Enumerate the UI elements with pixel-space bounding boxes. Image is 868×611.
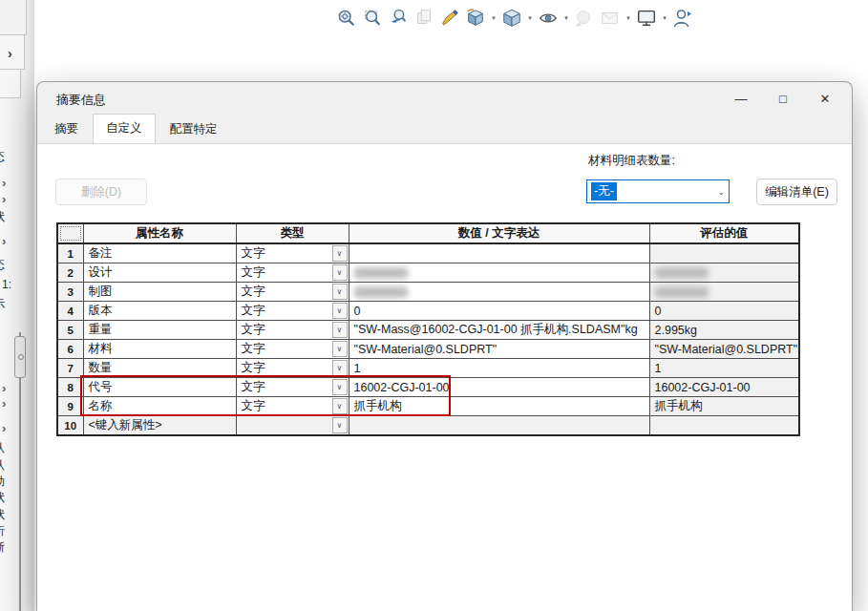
chevron-down-icon: ∨ [337,384,343,391]
property-value-cell[interactable] [349,263,649,283]
tree-expand-icon[interactable]: › [2,421,6,435]
tree-text-fragment: 状 [0,507,5,523]
row-number[interactable]: 2 [57,263,83,283]
table-row: 9 名称 文字∨ 抓手机构 抓手机构 [57,397,799,416]
evaluated-value-cell [649,283,799,302]
property-name-cell[interactable]: <键入新属性> [83,416,236,436]
maximize-button[interactable]: □ [770,87,796,110]
tree-text-fragment: 态 [0,149,5,165]
property-name-cell[interactable]: 版本 [83,302,236,321]
type-dropdown-button[interactable]: ∨ [332,264,348,281]
property-type-cell[interactable]: 文字∨ [236,378,349,397]
type-dropdown-button[interactable]: ∨ [332,322,348,338]
property-name-cell[interactable]: 备注 [83,243,236,263]
type-dropdown-button[interactable]: ∨ [332,417,348,433]
close-button[interactable]: ✕ [812,87,838,110]
property-value-cell[interactable] [349,283,649,302]
hide-show-items-icon[interactable] [537,6,560,31]
bom-quantity-combobox[interactable]: -无- ⌄ [586,179,730,203]
collaborate-icon[interactable] [671,6,694,31]
type-dropdown-button[interactable]: ∨ [332,360,348,376]
property-value-cell[interactable]: 1 [349,359,649,378]
property-value-cell[interactable]: "SW-Material@0.SLDPRT" [349,340,649,359]
heads-up-toolbar: ▾ ▾ ▾ ▾ ▾ [335,4,694,32]
type-dropdown-button[interactable]: ∨ [332,245,348,262]
property-name-cell[interactable]: 数量 [83,359,236,378]
row-number[interactable]: 7 [57,359,83,378]
redacted-value [655,286,709,298]
property-type-cell[interactable]: ∨ [236,416,349,436]
property-value-cell[interactable]: 抓手机构 [349,397,649,416]
view-settings-icon[interactable] [635,6,658,31]
property-type-cell[interactable]: 文字∨ [236,283,349,302]
view-orientation-dropdown-icon[interactable]: ▾ [490,14,498,22]
row-number[interactable]: 1 [57,243,83,263]
summary-info-dialog: 摘要信息 — □ ✕ 摘要 自定义 配置特定 删除(D) 材料明细表数量: -无… [36,81,853,611]
tab-custom[interactable]: 自定义 [93,114,156,143]
zoom-to-area-icon[interactable] [361,6,384,31]
zoom-to-fit-icon[interactable] [335,6,358,31]
table-header-row: 属性名称 类型 数值 / 文字表达 评估的值 [57,223,799,243]
edit-list-button[interactable]: 编辑清单(E) [756,179,837,205]
view-settings-dropdown-icon[interactable]: ▾ [661,14,668,22]
row-number[interactable]: 4 [57,302,83,321]
tree-expand-icon[interactable]: › [2,234,6,248]
type-dropdown-button[interactable]: ∨ [332,379,348,395]
apply-scene-dropdown-icon[interactable]: ▾ [625,14,632,22]
property-type-cell[interactable]: 文字∨ [236,302,349,321]
row-number[interactable]: 3 [57,283,83,302]
row-number[interactable]: 6 [57,340,83,359]
type-dropdown-button[interactable]: ∨ [332,284,348,300]
row-number[interactable]: 5 [57,321,83,340]
hide-show-dropdown-icon[interactable]: ▾ [562,14,570,22]
property-name-cell[interactable]: 设计 [83,263,236,283]
property-type-cell[interactable]: 文字∨ [236,359,349,378]
table-row: 5 重量 文字∨ "SW-Mass@16002-CGJ-01-00 抓手机构.S… [57,321,799,340]
property-value-cell[interactable] [349,243,649,263]
edit-appearance-icon[interactable] [438,6,461,31]
custom-tab-content: 删除(D) 材料明细表数量: -无- ⌄ 编辑清单(E) 属性名称 类型 数值 … [37,143,852,611]
panel-expand-icon[interactable]: › [8,46,12,61]
type-dropdown-button[interactable]: ∨ [332,398,348,414]
dialog-tabs: 摘要 自定义 配置特定 [43,117,229,143]
property-type-cell[interactable]: 文字∨ [236,340,349,359]
property-value-cell[interactable]: "SW-Mass@16002-CGJ-01-00 抓手机构.SLDASM"kg [349,321,649,340]
property-name-cell[interactable]: 材料 [83,340,236,359]
property-type-cell[interactable]: 文字∨ [236,397,349,416]
property-name-cell[interactable]: 制图 [83,283,236,302]
chevron-down-icon: ∨ [337,327,343,334]
tab-configuration-specific[interactable]: 配置特定 [159,117,229,143]
property-name-cell[interactable]: 名称 [83,397,236,416]
property-value-cell[interactable]: 16002-CGJ-01-00 [349,378,649,397]
tree-expand-icon[interactable]: › [2,381,6,395]
property-name-cell[interactable]: 代号 [83,378,236,397]
type-value: 文字 [242,246,265,260]
type-value: 文字 [242,399,265,412]
redacted-value [354,267,408,279]
view-orientation-icon[interactable] [464,6,487,31]
property-type-cell[interactable]: 文字∨ [236,243,349,263]
display-style-dropdown-icon[interactable]: ▾ [526,14,534,22]
property-type-cell[interactable]: 文字∨ [236,321,349,340]
minimize-button[interactable]: — [728,87,754,110]
property-type-cell[interactable]: 文字∨ [236,263,349,283]
delete-button[interactable]: 删除(D) [55,179,147,205]
tree-expand-icon[interactable]: › [2,396,6,411]
property-value-cell[interactable]: 0 [349,302,649,321]
property-name-cell[interactable]: 重量 [83,321,236,340]
chevron-down-icon[interactable]: ⌄ [717,187,725,197]
select-all-cell[interactable] [57,223,83,243]
table-row: 10 <键入新属性> ∨ [57,416,799,436]
type-dropdown-button[interactable]: ∨ [332,341,348,357]
tab-summary[interactable]: 摘要 [43,117,90,143]
display-style-icon[interactable] [500,6,523,31]
row-number[interactable]: 10 [57,416,83,436]
tree-expand-icon[interactable]: › [2,176,6,190]
row-number[interactable]: 8 [57,378,83,397]
previous-view-icon[interactable] [387,6,410,31]
panel-splitter-handle[interactable] [14,336,26,378]
property-value-cell[interactable] [349,416,649,436]
type-dropdown-button[interactable]: ∨ [332,303,348,319]
tree-expand-icon[interactable]: › [2,192,6,206]
row-number[interactable]: 9 [57,397,83,416]
